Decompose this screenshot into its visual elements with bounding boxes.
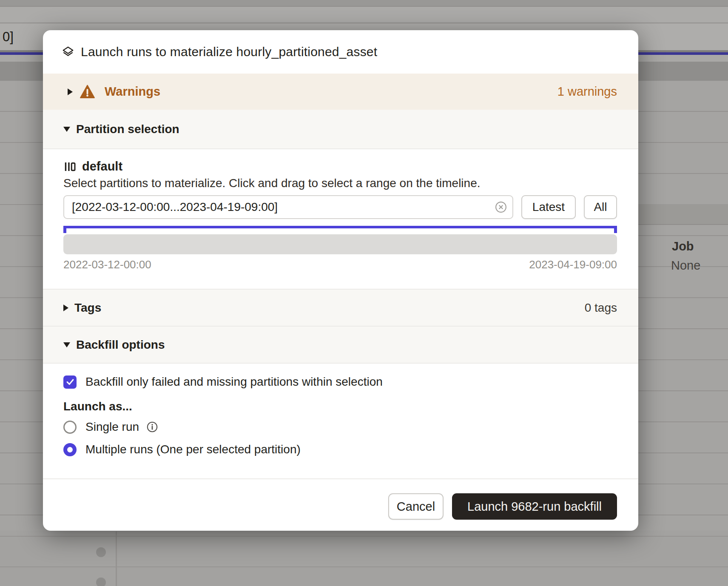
background-row-line	[0, 536, 728, 537]
info-icon[interactable]	[146, 421, 158, 433]
background-row-line	[0, 566, 728, 567]
warning-triangle-icon	[80, 85, 95, 99]
background-column-line	[116, 532, 117, 586]
background-status-dot	[96, 547, 106, 557]
timeline-start-date: 2022-03-12-00:00	[63, 258, 151, 271]
clear-input-icon[interactable]	[495, 201, 507, 213]
single-run-label: Single run	[85, 420, 139, 434]
backfill-options-section-header[interactable]: Backfill options	[43, 327, 638, 364]
backfill-only-failed-checkbox[interactable]	[63, 375, 77, 389]
partition-timeline[interactable]	[63, 234, 617, 254]
launch-backfill-button[interactable]: Launch 9682-run backfill	[452, 493, 617, 520]
timeline-end-date: 2023-04-19-09:00	[529, 258, 617, 271]
tags-section-header[interactable]: Tags 0 tags	[43, 289, 638, 327]
launch-runs-dialog: Launch runs to materialize hourly_partit…	[43, 30, 638, 531]
chevron-right-icon	[68, 88, 73, 95]
backfill-only-failed-row: Backfill only failed and missing partiti…	[63, 375, 617, 389]
multiple-runs-option: Multiple runs (One per selected partitio…	[63, 441, 617, 458]
dialog-title: Launch runs to materialize hourly_partit…	[81, 45, 377, 59]
timeline-date-labels: 2022-03-12-00:00 2023-04-19-09:00	[63, 258, 617, 271]
warnings-section-header[interactable]: Warnings 1 warnings	[43, 74, 638, 110]
chevron-down-icon	[63, 127, 70, 132]
dialog-header: Launch runs to materialize hourly_partit…	[43, 30, 638, 74]
chevron-down-icon	[63, 342, 70, 347]
partition-selection-body: default Select partitions to materialize…	[43, 149, 638, 289]
background-job-column-value: None	[671, 259, 700, 273]
partition-selection-label: Partition selection	[76, 122, 179, 136]
background-status-dot	[96, 577, 106, 586]
partition-description: Select partitions to materialize. Click …	[63, 176, 617, 190]
selection-bracket	[63, 226, 617, 233]
materialize-layers-icon	[62, 46, 74, 58]
dimension-name: default	[82, 159, 122, 174]
launch-as-label: Launch as...	[63, 400, 617, 413]
tags-count: 0 tags	[585, 301, 617, 315]
backfill-options-label: Backfill options	[76, 338, 165, 352]
chevron-right-icon	[63, 304, 68, 311]
dialog-footer: Cancel Launch 9682-run backfill	[43, 478, 638, 531]
warnings-label: Warnings	[105, 85, 160, 99]
all-button[interactable]: All	[584, 195, 617, 219]
partition-range-row: Latest All	[63, 195, 617, 219]
background-partition-input-fragment: 0]	[3, 29, 14, 45]
latest-button[interactable]: Latest	[521, 195, 576, 219]
background-toolbar	[0, 6, 728, 23]
partition-range-input[interactable]	[63, 195, 513, 219]
partition-selection-section-header[interactable]: Partition selection	[43, 110, 638, 149]
background-right-row-line	[634, 224, 728, 225]
partitions-icon	[63, 160, 76, 173]
background-top-bar	[0, 0, 728, 6]
dimension-row: default	[63, 159, 617, 174]
single-run-option: Single run	[63, 418, 617, 435]
backfill-only-failed-label: Backfill only failed and missing partiti…	[85, 375, 383, 389]
background-job-column-header: Job	[672, 239, 694, 253]
multiple-runs-radio[interactable]	[63, 443, 77, 456]
cancel-button[interactable]: Cancel	[388, 493, 444, 520]
multiple-runs-label: Multiple runs (One per selected partitio…	[85, 443, 301, 456]
single-run-radio[interactable]	[63, 421, 77, 434]
background-right-header-band	[634, 204, 728, 224]
tags-label: Tags	[74, 301, 101, 315]
partition-range-field	[63, 195, 513, 219]
warnings-count: 1 warnings	[557, 85, 617, 99]
check-icon	[65, 377, 75, 387]
backfill-options-body: Backfill only failed and missing partiti…	[43, 364, 638, 478]
